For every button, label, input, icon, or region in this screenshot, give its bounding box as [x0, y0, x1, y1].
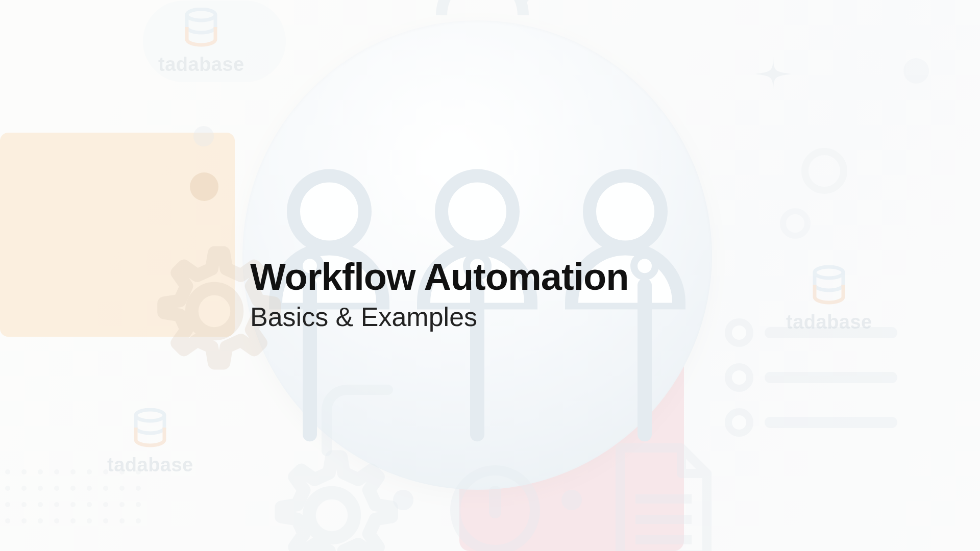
svg-point-11 [136, 410, 164, 421]
gear-icon [265, 449, 398, 551]
brand-name: tadabase [786, 311, 872, 333]
decorative-ring [780, 208, 811, 239]
svg-point-0 [293, 176, 365, 247]
decorative-dot [903, 58, 929, 84]
document-icon [610, 438, 717, 551]
connector-node [393, 490, 413, 510]
decorative-dot [190, 172, 218, 201]
svg-point-12 [815, 267, 843, 278]
brand-name: tadabase [158, 54, 244, 76]
headline-block: Workflow Automation Basics & Examples [250, 255, 629, 332]
database-icon [811, 265, 847, 306]
decorative-dot-grid [5, 469, 141, 535]
brand-logo: tadabase [786, 265, 872, 333]
database-icon [132, 408, 168, 449]
svg-point-2 [590, 176, 661, 247]
database-icon [183, 8, 219, 48]
power-icon [444, 459, 546, 551]
brand-logo: tadabase [158, 8, 244, 76]
svg-rect-6 [489, 486, 501, 518]
decorative-dot [193, 126, 214, 146]
decorative-ring [801, 148, 847, 194]
svg-point-10 [187, 9, 215, 20]
brand-logo: tadabase [107, 408, 193, 476]
sparkle-icon [755, 51, 791, 99]
toggle-list-icon [725, 318, 897, 453]
svg-point-1 [442, 176, 513, 247]
page-subtitle: Basics & Examples [250, 302, 629, 332]
svg-point-3 [192, 289, 237, 334]
page-title: Workflow Automation [250, 255, 629, 298]
connector-node [561, 490, 582, 510]
connector-line [316, 380, 398, 463]
hero-graphic: tadabase tadabase tadabase [0, 0, 980, 551]
svg-point-4 [309, 493, 354, 538]
